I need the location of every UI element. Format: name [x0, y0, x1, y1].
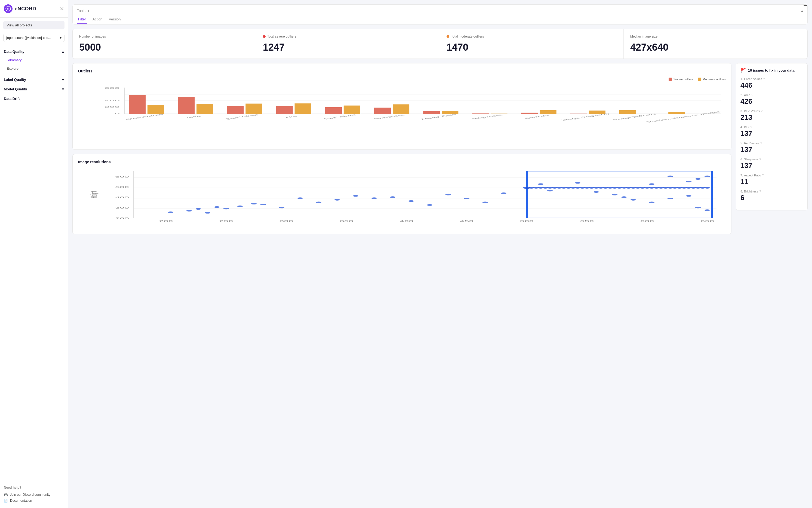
- sidebar: e eNCORD ✕ View all projects [open-sourc…: [0, 0, 68, 508]
- sidebar-header: e eNCORD ✕: [0, 0, 68, 18]
- svg-point-112: [575, 182, 580, 184]
- svg-point-117: [631, 199, 636, 201]
- help-icon-5[interactable]: ?: [760, 141, 762, 145]
- svg-point-111: [538, 183, 543, 185]
- svg-point-64: [445, 194, 451, 196]
- sidebar-item-summary[interactable]: Summary: [0, 56, 68, 64]
- model-quality-label: Model Quality: [4, 87, 27, 91]
- svg-point-59: [353, 195, 358, 197]
- bar-singularity-severe: [570, 114, 587, 114]
- help-icon-7[interactable]: ?: [762, 174, 764, 177]
- legend-severe: Severe outliers: [669, 78, 693, 81]
- bar-aspect-moderate: [442, 111, 458, 114]
- data-drift-section[interactable]: Data Drift: [0, 94, 68, 103]
- svg-point-70: [251, 203, 257, 205]
- svg-rect-47: [527, 171, 712, 218]
- bar-blue-moderate: [245, 104, 262, 114]
- toolbox-tabs: Filter Action Version: [73, 15, 807, 24]
- svg-point-118: [649, 202, 655, 203]
- help-icon-1[interactable]: ?: [763, 77, 765, 81]
- svg-point-57: [316, 202, 321, 203]
- bar-green-severe: [129, 95, 146, 114]
- documentation-link[interactable]: 📄 Documentation: [4, 498, 64, 504]
- app-logo-icon: e: [4, 4, 12, 13]
- issue-item-6: 6. Sharpness ? 137: [740, 158, 803, 170]
- data-quality-label: Data Quality: [4, 49, 25, 54]
- hamburger-menu-button[interactable]: ☰: [803, 3, 808, 9]
- bar-aspect-severe: [423, 111, 440, 114]
- bar-brightness-severe: [472, 114, 489, 114]
- discord-link[interactable]: 🎮 Join our Discord community: [4, 492, 64, 498]
- svg-text:Area: Area: [184, 115, 202, 118]
- bar-sharpness-moderate: [393, 104, 409, 114]
- svg-point-61: [390, 196, 395, 198]
- svg-point-126: [668, 176, 673, 177]
- documentation-label: Documentation: [10, 499, 32, 503]
- svg-text:Brightness: Brightness: [471, 114, 504, 120]
- svg-point-119: [668, 198, 673, 199]
- help-icon-3[interactable]: ?: [761, 110, 763, 113]
- bar-area-severe: [178, 97, 194, 114]
- top-bar: ☰: [799, 0, 812, 11]
- svg-text:200: 200: [159, 220, 173, 222]
- toolbox-header: Toolbox ▴: [73, 5, 807, 13]
- svg-text:400: 400: [115, 196, 129, 199]
- bar-sharpness-severe: [374, 108, 391, 114]
- chevron-down-icon: ▾: [60, 36, 61, 40]
- bar-chart-container: 0 200 400 600 Green Values: [78, 84, 726, 144]
- data-drift-label: Data Drift: [4, 97, 20, 101]
- issue-item-1: 1. Green Values ? 446: [740, 77, 803, 90]
- svg-point-68: [196, 208, 201, 210]
- issue-name-3: 3. Blue Values ?: [740, 110, 803, 113]
- help-icon-8[interactable]: ?: [759, 190, 761, 193]
- bar-chart-svg: 0 200 400 600 Green Values: [78, 84, 726, 130]
- tab-action[interactable]: Action: [91, 15, 103, 24]
- issue-value-7: 11: [740, 177, 803, 186]
- svg-point-113: [547, 190, 553, 192]
- svg-point-123: [705, 176, 710, 177]
- project-selector[interactable]: [open-source][validation]-coco-201... ▾: [3, 34, 64, 42]
- tab-filter[interactable]: Filter: [77, 15, 87, 24]
- svg-point-60: [371, 197, 377, 199]
- svg-point-121: [695, 207, 701, 209]
- svg-text:250: 250: [219, 220, 233, 222]
- tab-version[interactable]: Version: [108, 15, 122, 24]
- label-quality-section[interactable]: Label Quality ▾: [0, 75, 68, 84]
- stat-moderate-outliers: Total moderate outliers 1470: [440, 29, 624, 58]
- resolutions-chart-section: Image resolutions 200 300 400 500 600: [73, 154, 731, 234]
- main-content: ☰ Toolbox ▴ Filter Action Version Number…: [68, 0, 812, 508]
- issue-name-8: 8. Brightness ?: [740, 190, 803, 193]
- svg-text:Aspect Ratio: Aspect Ratio: [419, 114, 458, 120]
- close-sidebar-button[interactable]: ✕: [60, 6, 64, 12]
- scatter-svg: 200 300 400 500 600 200 250 300: [78, 169, 726, 228]
- issue-value-8: 6: [740, 194, 803, 202]
- svg-text:300: 300: [115, 207, 129, 209]
- issues-panel: 🚩 10 issues to fix in your data 1. Green…: [736, 63, 808, 210]
- data-quality-collapse-icon: ▴: [62, 49, 64, 54]
- model-quality-chevron-icon: ▾: [62, 87, 64, 91]
- data-quality-header[interactable]: Data Quality ▴: [0, 47, 68, 56]
- stat-moderate-label: Total moderate outliers: [447, 35, 617, 38]
- svg-point-63: [427, 204, 433, 206]
- model-quality-section[interactable]: Model Quality ▾: [0, 84, 68, 94]
- view-all-projects-button[interactable]: View all projects: [3, 21, 64, 30]
- help-icon-2[interactable]: ?: [751, 93, 753, 97]
- stat-moderate-value: 1470: [447, 42, 617, 53]
- issue-value-1: 446: [740, 81, 803, 90]
- help-icon-6[interactable]: ?: [760, 158, 761, 161]
- help-icon-4[interactable]: ?: [751, 126, 752, 129]
- svg-point-110: [705, 187, 710, 189]
- severe-dot-icon: [263, 35, 266, 38]
- svg-point-69: [214, 206, 220, 208]
- stat-median-label: Median image size: [630, 35, 801, 38]
- issue-name-1: 1. Green Values ?: [740, 77, 803, 81]
- issue-rank-8: 8.: [740, 190, 743, 193]
- bar-blur-severe: [276, 106, 293, 114]
- svg-point-49: [168, 212, 173, 213]
- sidebar-item-explorer[interactable]: Explorer: [0, 64, 68, 73]
- issue-rank-3: 3.: [740, 110, 743, 113]
- toolbox-panel: Toolbox ▴ Filter Action Version: [73, 4, 808, 25]
- charts-area: Outliers Severe outliers Moderate outlie…: [73, 63, 731, 239]
- issue-name-7: 7. Aspect Ratio ?: [740, 174, 803, 177]
- chart-legend: Severe outliers Moderate outliers: [78, 78, 726, 81]
